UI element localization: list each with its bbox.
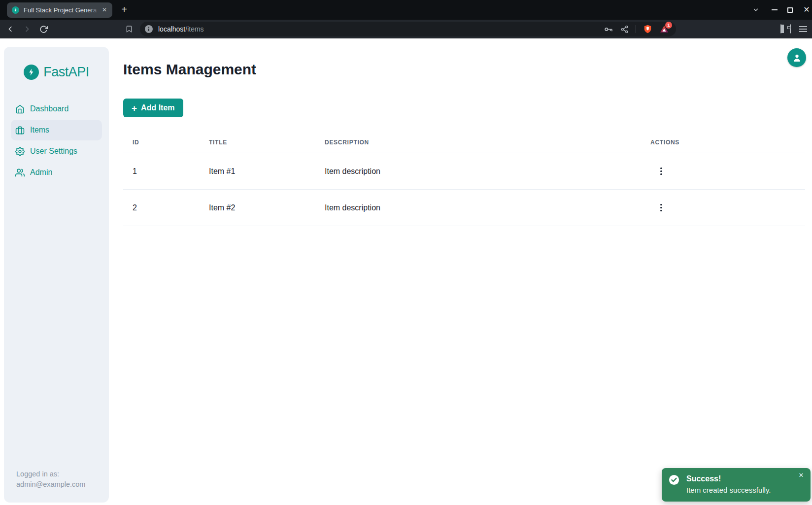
sidebar-item-dashboard[interactable]: Dashboard xyxy=(11,99,102,119)
add-item-button-label: Add Item xyxy=(141,103,174,112)
reload-button[interactable] xyxy=(36,20,50,38)
item-id: 1 xyxy=(123,167,200,176)
fastapi-lightning-icon xyxy=(24,65,39,80)
fastapi-logo: FastAPI xyxy=(4,65,109,80)
browser-tabstrip: Full Stack Project Genera ✕ + ✕ xyxy=(0,0,812,20)
item-id: 2 xyxy=(123,203,200,212)
sidebar-panel-icon[interactable] xyxy=(780,25,781,34)
page-content: FastAPI Dashboard Items User Settings xyxy=(0,38,812,505)
briefcase-icon xyxy=(15,126,25,135)
browser-tab[interactable]: Full Stack Project Genera ✕ xyxy=(7,2,112,18)
toast-message: Item created successfully. xyxy=(686,485,771,495)
window-close-button[interactable]: ✕ xyxy=(800,0,812,20)
fastapi-logo-text: FastAPI xyxy=(43,65,89,80)
column-header-description: DESCRIPTION xyxy=(315,139,641,146)
items-table: ID TITLE DESCRIPTION ACTIONS 1 Item #1 I… xyxy=(123,132,805,226)
url-host: localhost xyxy=(158,25,185,33)
tab-search-chevron-icon[interactable] xyxy=(749,0,762,20)
fastapi-favicon-icon xyxy=(12,6,19,14)
site-info-icon[interactable] xyxy=(145,25,153,33)
back-button[interactable] xyxy=(3,20,17,38)
url-text: localhost/items xyxy=(158,22,204,36)
home-icon xyxy=(15,104,25,114)
row-actions-kebab-icon[interactable] xyxy=(654,201,668,215)
brave-rewards-icon[interactable]: 1 xyxy=(659,24,669,34)
item-title: Item #1 xyxy=(200,167,315,176)
logged-in-label: Logged in as: xyxy=(16,469,85,479)
sidebar-item-label: User Settings xyxy=(30,147,77,156)
logged-in-info: Logged in as: admin@example.com xyxy=(16,469,85,490)
success-toast: Success! Item created successfully. ✕ xyxy=(662,468,811,502)
tab-close-icon[interactable]: ✕ xyxy=(100,2,109,18)
bookmark-icon[interactable] xyxy=(122,20,136,38)
address-bar[interactable]: localhost/items 1 xyxy=(140,22,676,36)
sidebar-item-label: Dashboard xyxy=(30,104,68,113)
key-icon[interactable] xyxy=(604,25,613,34)
add-item-button[interactable]: + Add Item xyxy=(123,99,183,117)
item-description: Item description xyxy=(315,167,641,176)
window-minimize-button[interactable] xyxy=(768,0,781,20)
sidebar-item-admin[interactable]: Admin xyxy=(11,162,102,183)
logged-in-email: admin@example.com xyxy=(16,479,85,490)
browser-toolbar: localhost/items 1 xyxy=(0,20,812,38)
users-icon xyxy=(15,168,25,177)
sidebar-item-user-settings[interactable]: User Settings xyxy=(11,141,102,162)
check-circle-icon xyxy=(669,474,679,485)
page-title: Items Management xyxy=(123,61,256,78)
person-icon xyxy=(792,53,802,63)
table-header-row: ID TITLE DESCRIPTION ACTIONS xyxy=(123,132,805,153)
item-title: Item #2 xyxy=(200,203,315,212)
share-icon[interactable] xyxy=(620,25,629,34)
sidebar-item-label: Admin xyxy=(30,168,52,177)
gear-icon xyxy=(15,147,25,156)
item-description: Item description xyxy=(315,203,641,212)
sidebar-item-items[interactable]: Items xyxy=(11,120,102,140)
sidebar: FastAPI Dashboard Items User Settings xyxy=(4,47,109,503)
divider xyxy=(636,25,636,33)
url-path: /items xyxy=(185,25,203,33)
brave-shield-icon[interactable] xyxy=(643,24,652,34)
new-tab-button[interactable]: + xyxy=(118,4,130,16)
table-row: 2 Item #2 Item description xyxy=(123,190,805,226)
column-header-title: TITLE xyxy=(200,139,315,146)
wallet-icon[interactable] xyxy=(790,25,791,34)
toast-title: Success! xyxy=(686,474,721,484)
column-header-actions: ACTIONS xyxy=(641,139,805,146)
sidebar-item-label: Items xyxy=(30,126,49,135)
toast-close-icon[interactable]: ✕ xyxy=(796,471,806,480)
plus-icon: + xyxy=(132,103,137,113)
row-actions-kebab-icon[interactable] xyxy=(654,165,668,178)
window-maximize-button[interactable] xyxy=(783,0,796,20)
table-row: 1 Item #1 Item description xyxy=(123,153,805,190)
rewards-notification-badge: 1 xyxy=(665,22,672,29)
menu-hamburger-icon[interactable] xyxy=(799,26,807,32)
user-avatar-button[interactable] xyxy=(787,48,806,67)
forward-button[interactable] xyxy=(20,20,34,38)
column-header-id: ID xyxy=(123,139,200,146)
